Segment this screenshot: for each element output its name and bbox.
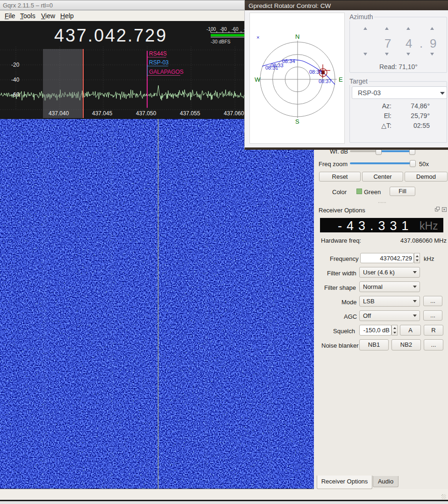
svg-text:×: × — [256, 35, 259, 40]
svg-text:08:36: 08:36 — [309, 69, 322, 75]
svg-text:S: S — [295, 118, 299, 125]
svg-text:W: W — [255, 76, 261, 83]
svg-text:N: N — [295, 33, 299, 40]
svg-text:E: E — [339, 76, 343, 83]
svg-text:08:34: 08:34 — [282, 58, 295, 64]
svg-text:08:37: 08:37 — [319, 78, 332, 84]
svg-text:08:33: 08:33 — [270, 63, 284, 68]
